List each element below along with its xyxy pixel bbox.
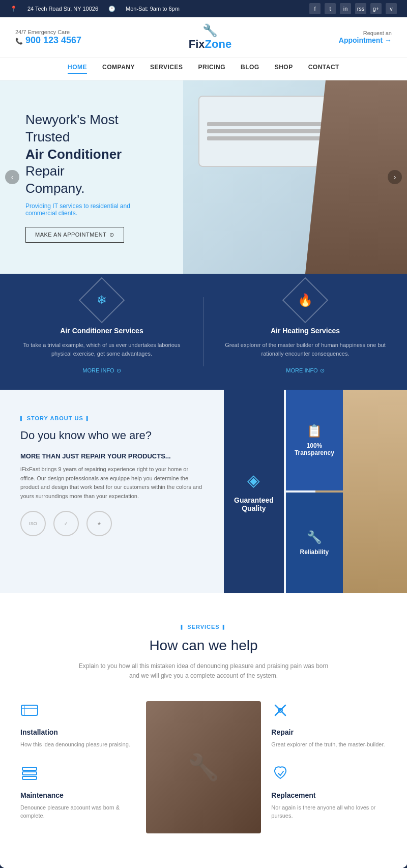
request-label: Request an	[339, 30, 392, 36]
about-subtitle: MORE THAN JUST REPAIR YOUR PRODUCTS...	[20, 452, 204, 460]
replacement-icon	[271, 764, 387, 786]
quality-label: Guaranteed Quality	[234, 496, 274, 512]
googleplus-icon[interactable]: g+	[370, 3, 382, 14]
logo-text: FixZone	[189, 38, 231, 51]
nav-blog[interactable]: BLOG	[241, 64, 259, 74]
hero-title: Newyork's Most Trusted Air Conditioner R…	[25, 111, 158, 197]
main-nav: HOME COMPANY SERVICES PRICING BLOG SHOP …	[0, 57, 407, 80]
repair-icon	[271, 701, 387, 723]
logo-icon: 🔧	[202, 23, 218, 38]
service-heating: 🔥 Air Heating Services Great explorer of…	[204, 274, 407, 390]
transparency-icon: 📋	[307, 424, 322, 438]
services-label: SERVICES	[20, 624, 387, 630]
top-bar: 📍 24 Tech Road Str, NY 10026 🕐 Mon-Sat: …	[0, 0, 407, 17]
phone-number[interactable]: 📞 900 123 4567	[15, 35, 81, 46]
replacement-desc: Nor again is there anyone all who loves …	[271, 803, 387, 820]
maintenance-title: Maintenance	[20, 791, 136, 799]
cert-badge: ✓	[53, 511, 79, 536]
replacement-title: Replacement	[271, 791, 387, 799]
hero-image: AC Unit	[183, 80, 407, 274]
reliability-icon: 🔧	[307, 530, 322, 544]
emergency-label: 24/7 Emergency Care	[15, 29, 81, 35]
hero-content: Newyork's Most Trusted Air Conditioner R…	[0, 91, 183, 263]
about-left: STORY ABOUT US Do you know who we are? M…	[0, 390, 224, 593]
appointment-link[interactable]: Request an Appointment →	[339, 30, 392, 44]
technician-placeholder: 🔧	[188, 753, 219, 782]
logo[interactable]: 🔧 FixZone	[189, 23, 231, 51]
more-arrow-icon: ⊙	[117, 367, 121, 374]
address: 24 Tech Road Str, NY 10026	[27, 6, 98, 12]
wave-decoration	[0, 864, 407, 868]
heating-service-name: Air Heating Services	[219, 327, 392, 335]
installation-title: Installation	[20, 728, 136, 736]
maintenance-desc: Denounce pleasure account was born & com…	[20, 803, 136, 820]
guaranteed-quality-card: ◈ Guaranteed Quality	[224, 390, 284, 593]
services-left: Installation How this idea denouncing pl…	[20, 701, 136, 820]
heating-service-desc: Great explorer of the master builder of …	[219, 341, 392, 358]
award-badge: ★	[86, 511, 112, 536]
repair-title: Repair	[271, 728, 387, 736]
header: 24/7 Emergency Care 📞 900 123 4567 🔧 Fix…	[0, 17, 407, 57]
nav-contact[interactable]: CONTACT	[308, 64, 339, 74]
clock-icon: 🕐	[108, 6, 115, 12]
help-title: How can we help	[20, 638, 387, 654]
about-section: STORY ABOUT US Do you know who we are? M…	[0, 390, 407, 593]
installation-desc: How this idea denouncing pleasure praisi…	[20, 740, 136, 749]
top-bar-left: 📍 24 Tech Road Str, NY 10026 🕐 Mon-Sat: …	[10, 6, 180, 12]
vimeo-icon[interactable]: v	[386, 3, 397, 14]
reliability-label: Reliability	[300, 548, 329, 556]
reliability-card: 🔧 Reliability	[286, 493, 343, 593]
transparency-card: 📋 100% Transparency	[286, 390, 343, 490]
ac-more-info[interactable]: MORE INFO ⊙	[82, 367, 121, 374]
more-arrow-icon2: ⊙	[320, 367, 325, 374]
services-strip: ❄ Air Conditioner Services To take a tri…	[0, 274, 407, 390]
about-right: ◈ Guaranteed Quality 📋 100% Transparency…	[224, 390, 407, 593]
maintenance-icon	[20, 764, 136, 786]
twitter-icon[interactable]: t	[325, 3, 336, 14]
help-desc: Explain to you how all this mistaken ide…	[76, 661, 331, 681]
appointment-text: Appointment →	[339, 36, 392, 44]
circle-arrow-icon: ⊙	[109, 232, 114, 238]
nav-shop[interactable]: SHOP	[275, 64, 293, 74]
iso-badge: ISO	[20, 511, 46, 536]
nav-home[interactable]: HOME	[68, 64, 87, 74]
transparency-label: 100% Transparency	[294, 442, 335, 456]
make-appointment-button[interactable]: MAKE AN APPOINTMENT ⊙	[25, 227, 124, 243]
maintenance-card: Maintenance Denounce pleasure account wa…	[20, 764, 136, 820]
nav-services[interactable]: SERVICES	[150, 64, 183, 74]
help-section: SERVICES How can we help Explain to you …	[0, 593, 407, 864]
svg-rect-4	[22, 772, 37, 775]
svg-rect-3	[22, 767, 37, 770]
phone-icon: 📞	[15, 38, 23, 45]
flame-icon: 🔥	[298, 293, 313, 307]
ac-service-name: Air Conditioner Services	[15, 327, 188, 335]
svg-rect-5	[22, 776, 37, 779]
installation-icon	[20, 701, 136, 723]
rss-icon[interactable]: rss	[355, 3, 366, 14]
ac-service-desc: To take a trivial example, which of us e…	[15, 341, 188, 358]
location-icon: 📍	[10, 6, 17, 12]
facebook-icon[interactable]: f	[309, 3, 321, 14]
certifications: ISO ✓ ★	[20, 511, 204, 536]
hours: Mon-Sat: 9am to 6pm	[126, 6, 180, 12]
hero-section: ‹ Newyork's Most Trusted Air Conditioner…	[0, 80, 407, 274]
emergency-info: 24/7 Emergency Care 📞 900 123 4567	[15, 29, 81, 46]
installation-card: Installation How this idea denouncing pl…	[20, 701, 136, 749]
technician-image: 🔧	[146, 701, 261, 833]
services-right: Repair Great explorer of the truth, the …	[271, 701, 387, 820]
diamond-icon: ◈	[247, 471, 260, 490]
services-grid: Installation How this idea denouncing pl…	[20, 701, 387, 833]
nav-pricing[interactable]: PRICING	[198, 64, 225, 74]
appointment-section: Make an Appointment Please fill the belo…	[0, 864, 407, 868]
hero-next-button[interactable]: ›	[388, 170, 402, 184]
linkedin-icon[interactable]: in	[340, 3, 351, 14]
hero-subtitle: Providing IT services to residential and…	[25, 202, 158, 217]
snowflake-icon: ❄	[97, 293, 107, 307]
heating-more-info[interactable]: MORE INFO ⊙	[286, 367, 324, 374]
repair-card: Repair Great explorer of the truth, the …	[271, 701, 387, 749]
social-links: f t in rss g+ v	[309, 3, 397, 14]
nav-company[interactable]: COMPANY	[102, 64, 135, 74]
service-ac: ❄ Air Conditioner Services To take a tri…	[0, 274, 204, 390]
repair-desc: Great explorer of the truth, the master-…	[271, 740, 387, 749]
replacement-card: Replacement Nor again is there anyone al…	[271, 764, 387, 820]
